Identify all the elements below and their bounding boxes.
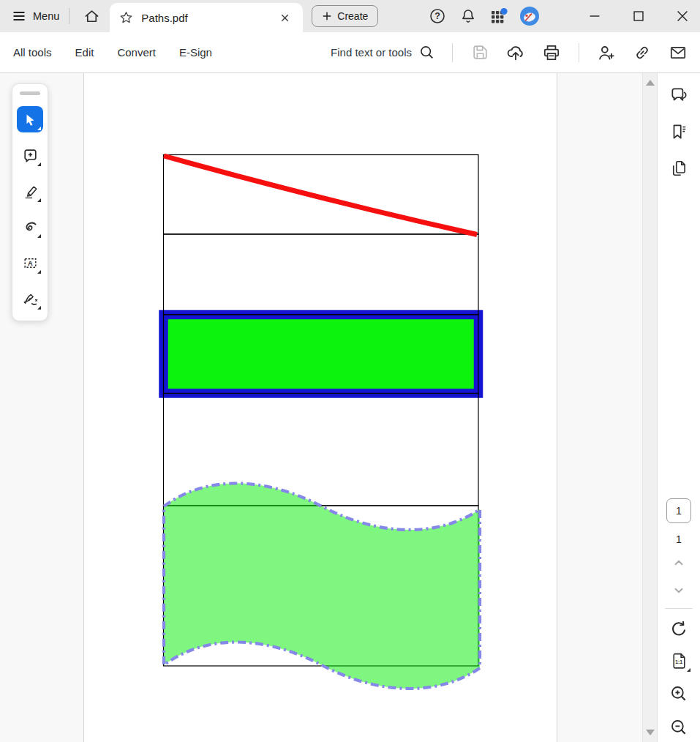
scroll-down-arrow-icon[interactable] <box>646 730 655 735</box>
titlebar-actions: ? <box>426 4 700 29</box>
share-upload-button[interactable] <box>505 42 526 63</box>
maximize-icon <box>631 8 647 24</box>
star-icon[interactable] <box>118 10 134 26</box>
rotate-icon <box>669 620 688 639</box>
window-close-icon <box>674 8 690 24</box>
avatar <box>519 6 540 26</box>
signature-pen-icon <box>22 291 39 307</box>
menu-button[interactable]: Menu <box>12 9 59 23</box>
print-button[interactable] <box>541 42 562 63</box>
home-button[interactable] <box>79 4 104 29</box>
svg-text:1:1: 1:1 <box>675 659 682 664</box>
minimize-button[interactable] <box>577 4 612 29</box>
close-icon <box>279 12 290 23</box>
email-button[interactable] <box>668 42 688 63</box>
chevron-down-icon <box>672 584 685 597</box>
toolbar-nav: All tools Edit Convert E-Sign <box>12 42 214 63</box>
cursor-icon <box>23 112 37 127</box>
main-toolbar: All tools Edit Convert E-Sign Find text … <box>0 32 700 73</box>
create-button[interactable]: Create <box>312 5 378 27</box>
save-icon <box>471 43 489 61</box>
divider <box>665 608 693 609</box>
rotate-page-button[interactable] <box>668 619 690 640</box>
zoom-presets-button[interactable]: 1:1 <box>668 650 690 672</box>
tab-all-tools[interactable]: All tools <box>12 42 53 63</box>
hamburger-icon <box>12 9 26 23</box>
page-total: 1 <box>676 533 682 547</box>
zoom-out-button[interactable] <box>668 717 690 738</box>
bookmarks-panel-button[interactable] <box>668 121 690 142</box>
fill-sign-tool-button[interactable] <box>17 285 43 312</box>
help-icon: ? <box>429 7 446 25</box>
apps-launcher-button[interactable] <box>488 5 510 27</box>
svg-text:A: A <box>28 258 33 266</box>
bookmarks-icon <box>669 122 688 141</box>
zoom-in-button[interactable] <box>668 683 690 704</box>
comments-panel-button[interactable] <box>668 85 690 105</box>
panel-buttons <box>668 73 690 179</box>
bell-icon <box>459 7 477 25</box>
notification-dot <box>500 8 507 15</box>
submenu-caret <box>37 234 41 238</box>
window-close-button[interactable] <box>665 4 700 29</box>
pdf-red-line <box>164 156 477 235</box>
pdf-shapes <box>0 73 700 742</box>
tab-close-button[interactable] <box>275 8 294 27</box>
apps-grid-icon <box>489 7 508 26</box>
cloud-upload-icon <box>506 43 525 62</box>
next-page-button[interactable] <box>668 585 690 596</box>
svg-text:?: ? <box>434 11 440 21</box>
create-label: Create <box>337 10 368 22</box>
search-icon <box>419 45 435 61</box>
plus-icon <box>322 11 332 21</box>
comment-plus-icon <box>22 147 39 164</box>
page-thumbnails-panel-button[interactable] <box>668 158 690 179</box>
document-tab[interactable]: Paths.pdf <box>110 3 303 32</box>
pdf-wavy-shape <box>164 484 480 689</box>
zoom-in-icon <box>669 684 688 703</box>
previous-page-button[interactable] <box>668 557 690 569</box>
chevron-up-icon <box>672 556 685 569</box>
right-sidebar: 1 1 <box>657 73 700 742</box>
add-user-icon <box>597 43 616 62</box>
comment-tool-button[interactable] <box>17 142 43 168</box>
pdf-green-rectangle <box>164 315 479 394</box>
minimize-icon <box>587 8 603 24</box>
window-controls <box>568 4 700 29</box>
account-avatar-button[interactable] <box>519 5 541 27</box>
quick-tools-panel: A <box>12 83 48 321</box>
tab-convert[interactable]: Convert <box>116 42 157 63</box>
divider <box>69 8 69 24</box>
link-icon <box>633 44 651 61</box>
find-label: Find text or tools <box>331 46 412 59</box>
vertical-scrollbar[interactable] <box>642 73 657 742</box>
document-area: A <box>0 73 700 742</box>
submenu-caret <box>687 668 690 672</box>
submenu-caret <box>37 127 41 130</box>
save-button[interactable] <box>470 42 490 63</box>
drag-handle[interactable] <box>20 91 40 95</box>
comments-icon <box>669 86 688 105</box>
fit-ratio-icon: 1:1 <box>669 651 689 671</box>
scroll-up-arrow-icon[interactable] <box>646 80 655 86</box>
menu-label: Menu <box>33 10 59 22</box>
draw-tool-button[interactable] <box>17 214 43 240</box>
draw-squiggle-icon <box>22 219 39 236</box>
tab-edit[interactable]: Edit <box>74 42 96 63</box>
page-number-value: 1 <box>676 505 682 517</box>
divider <box>452 43 453 62</box>
home-icon <box>83 8 100 25</box>
add-user-button[interactable] <box>596 42 617 63</box>
notifications-button[interactable] <box>457 5 479 27</box>
page-navigation: 1 1 <box>665 498 693 742</box>
highlight-tool-button[interactable] <box>17 178 43 204</box>
tab-esign[interactable]: E-Sign <box>178 42 214 63</box>
select-tool-button[interactable] <box>17 106 43 132</box>
maximize-button[interactable] <box>621 4 656 29</box>
find-text-button[interactable]: Find text or tools <box>331 45 435 61</box>
help-button[interactable]: ? <box>426 5 448 27</box>
text-box-tool-button[interactable]: A <box>17 250 43 276</box>
link-button[interactable] <box>632 42 652 63</box>
print-icon <box>542 43 561 62</box>
page-number-input[interactable]: 1 <box>666 498 691 523</box>
